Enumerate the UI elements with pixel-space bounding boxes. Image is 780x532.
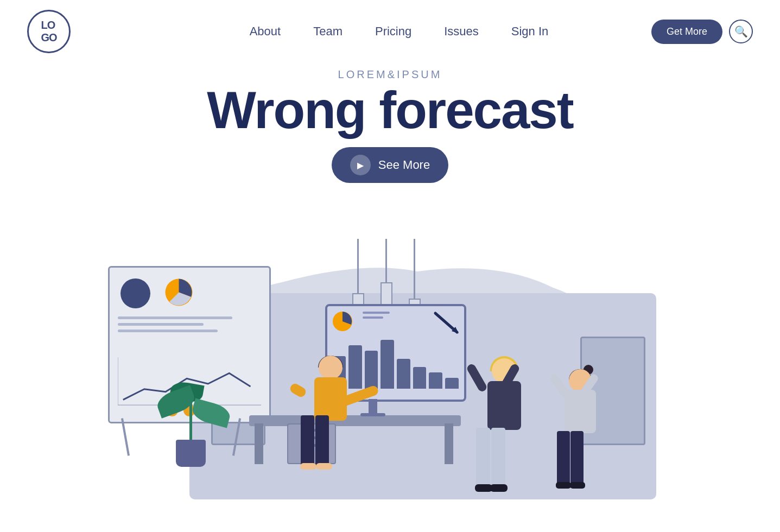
p1-leg-left [301,415,314,467]
whiteboard-line-1 [118,316,232,319]
bar-5 [397,359,410,389]
desk-leg-left [255,423,263,464]
monitor-base [360,413,385,416]
person-1 [298,356,363,475]
p2-leg-left [476,428,490,487]
hero-section: LOREM&IPSUM Wrong forecast ▶ See More [0,63,780,183]
p3-shoe-right [570,482,585,489]
illustration-area [0,190,780,532]
navbar: LOGO About Team Pricing Issues Sign In G… [0,0,780,63]
bar-3 [365,351,378,389]
whiteboard-pie-chart [164,277,194,307]
desk-leg-right [445,423,453,464]
logo-text: LOGO [41,19,56,44]
logo[interactable]: LOGO [27,10,71,53]
p1-foot-right [316,463,332,470]
monitor-line-1 [363,312,390,314]
bar-6 [413,367,427,389]
bar-4 [381,340,394,389]
p1-head [319,356,343,379]
search-button[interactable]: 🔍 [729,20,753,43]
see-more-button[interactable]: ▶ See More [332,147,448,183]
nav-team[interactable]: Team [313,24,343,39]
whiteboard-circle [121,278,150,308]
monitor-down-arrow [433,311,460,338]
pendant-cord-3 [414,239,415,299]
nav-issues[interactable]: Issues [444,24,479,39]
see-more-label: See More [378,158,430,172]
monitor-line-2 [363,316,383,319]
plant-stem [189,399,192,442]
p2-torso [487,381,521,430]
p3-torso [565,390,596,433]
person-2 [472,358,537,499]
hero-subtitle: LOREM&IPSUM [0,68,780,81]
nav-right: Get More 🔍 [651,20,753,44]
p2-shoe-right [490,484,508,492]
scene [92,195,689,532]
get-more-button[interactable]: Get More [651,20,722,44]
p1-leg-right [315,415,329,467]
p2-leg-right [491,428,505,487]
hero-title: Wrong forecast [0,84,780,136]
monitor-lines [363,312,432,321]
bar-8 [445,378,459,389]
nav-about[interactable]: About [250,24,281,39]
whiteboard-lines [118,316,261,336]
plant-pot [176,440,206,467]
pendant-cord-2 [385,239,387,282]
p3-leg-left [557,431,570,485]
nav-pricing[interactable]: Pricing [375,24,411,39]
bar-7 [429,372,442,389]
whiteboard-line-3 [118,330,218,332]
person-3 [553,369,607,499]
play-icon: ▶ [350,155,371,175]
monitor-pie-chart [332,311,353,332]
nav-links: About Team Pricing Issues Sign In [147,24,651,39]
p3-leg-right [570,431,584,485]
p1-foot-left [300,463,316,470]
nav-signin[interactable]: Sign In [511,24,549,39]
pendant-cord-1 [357,239,359,293]
whiteboard-stand-left [121,418,129,456]
p3-shoe-left [556,482,571,489]
whiteboard-line-2 [118,323,204,326]
search-icon: 🔍 [734,25,748,38]
